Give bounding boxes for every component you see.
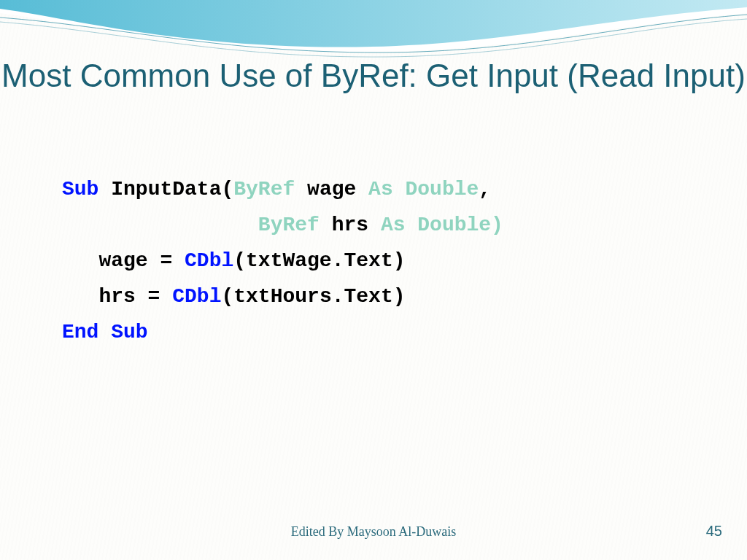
footer-credit: Edited By Maysoon Al-Duwais: [0, 524, 747, 540]
keyword-byref: ByRef: [233, 178, 295, 201]
wave-banner: [0, 0, 747, 66]
keyword-as-double: As Double: [368, 178, 479, 201]
code-line-3: wage = CDbl(txtWage.Text): [62, 243, 503, 279]
slide-title: Most Common Use of ByRef: Get Input (Rea…: [0, 57, 747, 96]
keyword-sub: Sub: [62, 178, 98, 201]
page-number: 45: [706, 523, 722, 540]
code-text: wage: [295, 178, 368, 201]
code-line-4: hrs = CDbl(txtHours.Text): [62, 279, 503, 314]
code-text: wage =: [62, 249, 185, 272]
code-text: hrs: [320, 214, 381, 236]
keyword-as-double: As Double): [381, 214, 503, 236]
code-line-5: End Sub: [62, 314, 503, 350]
keyword-cdbl: CDbl: [185, 249, 233, 272]
code-text: InputData(: [98, 178, 233, 201]
code-text: (txtWage.Text): [233, 249, 405, 272]
keyword-byref: ByRef: [258, 214, 320, 236]
keyword-end-sub: End Sub: [62, 321, 148, 343]
keyword-cdbl: CDbl: [172, 285, 221, 308]
code-line-2: ByRef hrs As Double): [62, 207, 503, 243]
code-text: ,: [479, 178, 491, 201]
code-block: Sub InputData(ByRef wage As Double, ByRe…: [62, 171, 503, 350]
code-text: hrs =: [62, 285, 172, 308]
code-text: (txtHours.Text): [221, 285, 405, 308]
code-indent: [62, 214, 258, 236]
code-line-1: Sub InputData(ByRef wage As Double,: [62, 171, 503, 207]
